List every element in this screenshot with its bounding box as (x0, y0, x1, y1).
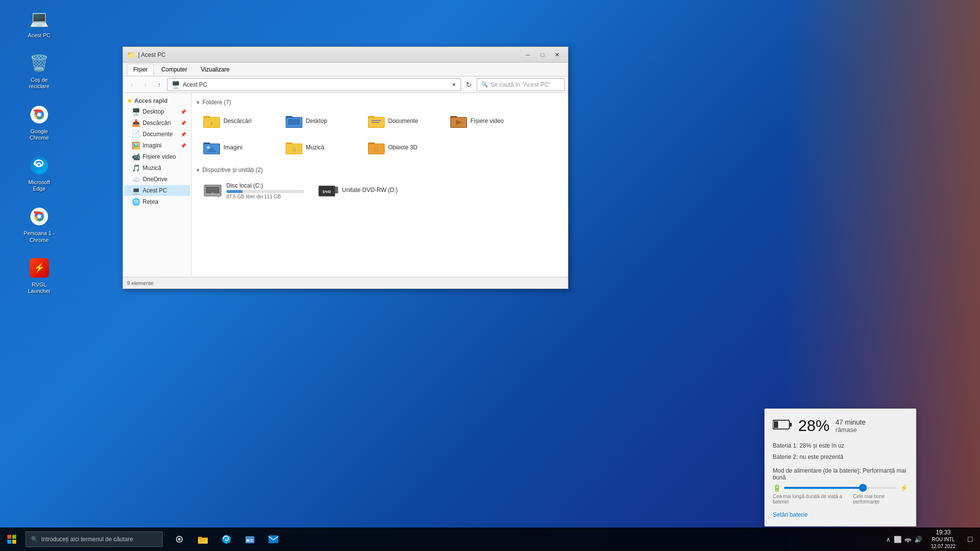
nav-back-button[interactable]: ‹ (126, 79, 138, 91)
desktop-icon-acest-pc[interactable]: 💻 Acest PC (20, 5, 59, 41)
refresh-button[interactable]: ↻ (463, 79, 475, 91)
svg-point-56 (178, 538, 181, 541)
battery-slider-track[interactable] (784, 487, 897, 489)
battery-slider-thumb[interactable] (859, 484, 867, 492)
taskbar-clock[interactable]: 19:33 ROU INTL 12.07.2022 (926, 527, 960, 551)
google-chrome-label: GoogleChrome (29, 128, 49, 141)
folders-section-header[interactable]: ▼ Foldere (7) (196, 97, 564, 108)
retea-icon: 🌐 (132, 198, 140, 206)
pin-icon: 📌 (180, 109, 186, 115)
svg-rect-50 (774, 421, 778, 428)
quick-access-header[interactable]: ★ Acces rapid (123, 96, 191, 106)
obiecte-3d-folder-icon: ⬡ (368, 139, 385, 156)
svg-rect-52 (12, 535, 16, 539)
content-area: ▼ Foldere (7) ↓ Descărcă (192, 93, 568, 277)
tab-computer[interactable]: Computer (155, 64, 194, 75)
svg-rect-21 (371, 122, 379, 123)
desktop: 💻 Acest PC 🗑️ Coș dereciclare GoogleChro… (0, 0, 980, 551)
folder-obiecte-3d[interactable]: ⬡ Obiecte 3D (364, 136, 442, 159)
explorer-taskbar-button[interactable] (239, 527, 261, 551)
drive-c-icon (203, 181, 222, 200)
network-icon (905, 535, 911, 544)
nav-up-button[interactable]: ↑ (153, 79, 165, 91)
folder-descarcari[interactable]: ↓ Descărcări (199, 110, 278, 132)
search-box[interactable]: 🔍 Se caută în "Acest PC" (477, 78, 565, 91)
tablet-icon: ⬜ (894, 536, 902, 543)
fisiere-video-folder-icon (450, 112, 467, 130)
folder-imagini[interactable]: Imagini (199, 136, 278, 159)
sidebar-item-descarcari[interactable]: 📥 Descărcări 📌 (124, 118, 190, 128)
svg-point-43 (212, 192, 214, 194)
sidebar-item-documente[interactable]: 📄 Documente 📌 (124, 129, 190, 140)
devices-section-header[interactable]: ▼ Dispozitive și unități (2) (196, 165, 564, 175)
sidebar-item-fisiere-video[interactable]: 📹 Fișiere video (124, 151, 190, 162)
drive-c[interactable]: Disc local (C:) 87,5 GB liber din 111 GB (199, 178, 307, 203)
svg-text:♫: ♫ (292, 146, 296, 153)
desktop-icon-microsoft-edge[interactable]: MicrosoftEdge (20, 152, 59, 194)
drive-d[interactable]: DVD Unitate DVD-RW (D:) (315, 178, 423, 203)
ribbon-tabs: Fișier Computer Vizualizare (127, 64, 564, 75)
battery-slider-left-icon: 🔋 (773, 484, 781, 492)
task-view-button[interactable] (169, 527, 190, 551)
sidebar: ★ Acces rapid 🖥️ Desktop 📌 📥 Descărcări … (123, 93, 192, 277)
start-button[interactable] (0, 527, 24, 551)
sidebar-item-onedrive[interactable]: ☁️ OneDrive (124, 174, 190, 185)
notification-button[interactable]: □ (960, 527, 980, 551)
file-explorer-window: 📁 | Acest PC ─ □ ✕ Fișier Computer Vizua… (122, 47, 568, 289)
folder-fisiere-video[interactable]: Fișiere video (446, 110, 525, 132)
cos-reciclare-label: Coș dereciclare (29, 77, 49, 90)
maximize-button[interactable]: □ (536, 49, 549, 60)
folder-documente[interactable]: Documente (364, 110, 442, 132)
pin-icon4: 📌 (180, 143, 186, 148)
taskbar-search[interactable]: 🔍 Introduceți aici termenul de căutare (25, 531, 163, 547)
persoana-chrome-icon (27, 205, 51, 228)
drive-c-progress (226, 190, 304, 193)
onedrive-icon: ☁️ (132, 175, 140, 183)
sidebar-item-imagini[interactable]: 🖼️ Imagini 📌 (124, 140, 190, 151)
folder-muzica[interactable]: ♫ Muzică (282, 136, 360, 159)
svg-rect-64 (250, 539, 253, 540)
sidebar-item-muzica[interactable]: 🎵 Muzică (124, 163, 190, 173)
sidebar-item-acest-pc[interactable]: 💻 Acest PC (124, 185, 190, 196)
documente-sidebar-icon: 📄 (132, 130, 140, 138)
explorer-main: ★ Acces rapid 🖥️ Desktop 📌 📥 Descărcări … (123, 93, 568, 277)
drive-c-info: Disc local (C:) 87,5 GB liber din 111 GB (226, 182, 304, 199)
minimize-button[interactable]: ─ (521, 49, 535, 60)
tab-vizualizare[interactable]: Vizualizare (195, 64, 236, 75)
tab-fisier[interactable]: Fișier (127, 64, 154, 75)
battery-icon-large (773, 418, 792, 434)
desktop-icon-cos-reciclare[interactable]: 🗑️ Coș dereciclare (20, 49, 59, 92)
file-explorer-taskbar-button[interactable] (192, 527, 214, 551)
desktop-icon-google-chrome[interactable]: GoogleChrome (20, 101, 59, 143)
edge-taskbar-button[interactable] (216, 527, 237, 551)
acest-pc-label: Acest PC (28, 32, 50, 39)
close-button[interactable]: ✕ (550, 49, 564, 60)
descarcari-folder-icon: ↓ (203, 112, 220, 130)
battery-settings-link[interactable]: Setări baterie (773, 511, 908, 518)
svg-point-4 (30, 157, 48, 174)
address-path[interactable]: 🖥️ Acest PC ▼ (167, 78, 461, 91)
taskbar-right: ∧ ⬜ 🔊 19:33 ROU INTL 12.07.2022 □ (882, 527, 980, 551)
svg-rect-59 (199, 539, 206, 540)
acest-pc-sidebar-icon: 💻 (132, 187, 140, 194)
desktop-icon-persoana-chrome[interactable]: Persoana 1 -Chrome (20, 203, 59, 245)
svg-point-3 (37, 113, 41, 117)
svg-rect-20 (371, 120, 381, 121)
battery-slider-fill (784, 487, 863, 489)
sidebar-item-retea[interactable]: 🌐 Rețea (124, 196, 190, 207)
devices-arrow: ▼ (196, 168, 200, 173)
microsoft-edge-label: MicrosoftEdge (28, 179, 50, 192)
sidebar-item-desktop[interactable]: 🖥️ Desktop 📌 (124, 106, 190, 117)
battery-percent-text: 28% (798, 417, 830, 435)
svg-text:↓: ↓ (211, 120, 213, 125)
folder-desktop[interactable]: Desktop (282, 110, 360, 132)
mail-taskbar-button[interactable] (263, 527, 284, 551)
desktop-icon-rvgl[interactable]: ⚡ RVGLLauncher (20, 254, 59, 296)
taskbar-sys-icons[interactable]: ∧ ⬜ 🔊 (882, 527, 926, 551)
muzica-icon: 🎵 (132, 164, 140, 172)
svg-point-8 (37, 215, 41, 218)
battery-slider-right-icon[interactable]: ⚡ (900, 484, 908, 492)
folders-arrow: ▼ (196, 100, 200, 105)
nav-forward-button[interactable]: › (140, 79, 151, 91)
svg-text:⬡: ⬡ (374, 146, 379, 152)
